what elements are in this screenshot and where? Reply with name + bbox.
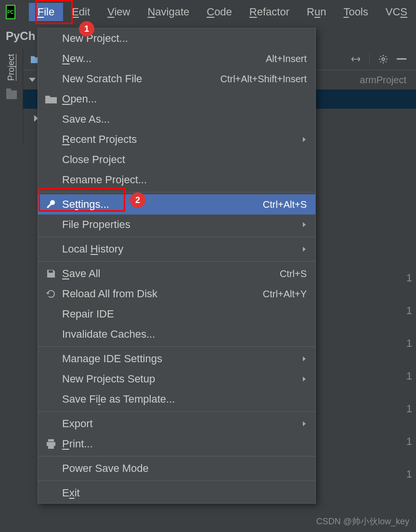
menu-edit[interactable]: Edit xyxy=(63,3,99,21)
icon-spacer xyxy=(45,218,57,231)
icon-spacer xyxy=(45,153,57,166)
chevron-right-icon xyxy=(302,421,307,426)
menu-item-label: File Properties xyxy=(62,218,302,231)
menu-item-new-scratch-file[interactable]: New Scratch FileCtrl+Alt+Shift+Insert xyxy=(38,69,315,89)
menu-item-close-project[interactable]: Close Project xyxy=(38,150,315,170)
gutter-line-numbers: 1111111 xyxy=(406,272,416,491)
menu-item-new-projects-setup[interactable]: New Projects Setup xyxy=(38,369,315,389)
menu-item-label: Save File as Template... xyxy=(62,393,307,405)
menu-code[interactable]: Code xyxy=(198,3,241,21)
reload-icon xyxy=(45,288,57,300)
menu-shortcut: Alt+Insert xyxy=(266,53,307,64)
menu-item-label: Exit xyxy=(62,487,307,499)
icon-spacer xyxy=(45,52,57,65)
minimize-icon[interactable] xyxy=(397,54,406,64)
line-number: 1 xyxy=(406,370,412,393)
menu-item-save-as[interactable]: Save As... xyxy=(38,109,315,129)
menu-tools[interactable]: Tools xyxy=(335,3,377,21)
menu-file[interactable]: File xyxy=(29,3,63,21)
app-logo: PC xyxy=(6,5,15,19)
watermark: CSDN @帅小伙low_key xyxy=(316,516,409,527)
save-icon xyxy=(45,267,57,280)
divider xyxy=(369,53,370,65)
menu-item-new[interactable]: New...Alt+Insert xyxy=(38,49,315,69)
menu-run[interactable]: Run xyxy=(298,3,335,21)
icon-spacer xyxy=(45,174,57,186)
gear-icon[interactable] xyxy=(378,54,388,64)
menu-item-reload-all-from-disk[interactable]: Reload All from DiskCtrl+Alt+Y xyxy=(38,284,315,304)
menu-item-new-project[interactable]: New Project... xyxy=(38,28,315,49)
chevron-down-icon[interactable] xyxy=(29,76,36,83)
menu-refactor[interactable]: Refactor xyxy=(241,3,298,21)
icon-spacer xyxy=(45,113,57,126)
line-number: 1 xyxy=(406,435,412,458)
menu-item-settings[interactable]: Settings...Ctrl+Alt+S xyxy=(38,194,315,215)
icon-spacer xyxy=(45,487,57,499)
menu-item-label: Invalidate Caches... xyxy=(62,328,307,341)
chevron-right-icon xyxy=(302,356,307,361)
icon-spacer xyxy=(45,133,57,146)
project-path-fragment: armProject xyxy=(360,75,416,86)
icon-spacer xyxy=(45,393,57,405)
icon-spacer xyxy=(45,243,57,255)
menu-item-label: New Project... xyxy=(62,32,307,45)
menu-item-label: Manage IDE Settings xyxy=(62,353,302,365)
menu-item-export[interactable]: Export xyxy=(38,414,315,434)
menu-item-rename-project[interactable]: Rename Project... xyxy=(38,170,315,190)
menu-view[interactable]: View xyxy=(99,3,139,21)
chevron-right-icon xyxy=(302,377,307,381)
menu-vcs[interactable]: VCS xyxy=(377,3,416,21)
icon-spacer xyxy=(45,308,57,320)
print-icon xyxy=(45,438,57,450)
file-menu-dropdown: New Project...New...Alt+InsertNew Scratc… xyxy=(38,28,316,504)
menu-item-label: Print... xyxy=(62,438,307,450)
menu-item-file-properties[interactable]: File Properties xyxy=(38,215,315,235)
project-tool-tab[interactable]: Project xyxy=(6,52,16,83)
menu-item-manage-ide-settings[interactable]: Manage IDE Settings xyxy=(38,349,315,369)
menu-item-save-all[interactable]: Save AllCtrl+S xyxy=(38,264,315,284)
locate-icon[interactable] xyxy=(351,54,361,64)
menu-item-label: Open... xyxy=(62,93,307,105)
menu-separator xyxy=(38,411,315,412)
wrench-icon xyxy=(45,198,57,211)
icon-spacer xyxy=(45,328,57,341)
icon-spacer xyxy=(45,353,57,365)
menu-shortcut: Ctrl+Alt+S xyxy=(263,199,307,210)
menu-item-invalidate-caches[interactable]: Invalidate Caches... xyxy=(38,324,315,344)
icon-spacer xyxy=(45,373,57,385)
menu-item-label: Power Save Mode xyxy=(62,462,307,475)
menu-item-exit[interactable]: Exit xyxy=(38,483,315,503)
icon-spacer xyxy=(45,32,57,45)
menu-item-label: Save As... xyxy=(62,113,307,126)
line-number: 1 xyxy=(406,337,412,360)
menu-item-label: New... xyxy=(62,52,266,65)
line-number: 1 xyxy=(406,468,412,491)
menu-separator xyxy=(38,456,315,456)
menu-item-label: Recent Projects xyxy=(62,133,302,146)
chevron-right-icon xyxy=(302,247,307,252)
menu-item-label: Rename Project... xyxy=(62,174,307,186)
menu-item-open[interactable]: Open... xyxy=(38,89,315,109)
menu-item-print[interactable]: Print... xyxy=(38,434,315,454)
icon-spacer xyxy=(45,73,57,85)
menu-item-label: Local History xyxy=(62,243,302,255)
menu-shortcut: Ctrl+Alt+Shift+Insert xyxy=(220,74,307,85)
chevron-right-icon xyxy=(302,137,307,142)
menubar: PC FileEditViewNavigateCodeRefactorRunTo… xyxy=(0,0,416,24)
menu-item-label: Repair IDE xyxy=(62,308,307,320)
svg-point-0 xyxy=(382,58,384,60)
sidebar: Project xyxy=(0,48,23,144)
menu-item-save-file-as-template[interactable]: Save File as Template... xyxy=(38,389,315,409)
menu-separator xyxy=(38,192,315,192)
menu-item-label: New Scratch File xyxy=(62,73,220,85)
menu-item-power-save-mode[interactable]: Power Save Mode xyxy=(38,458,315,479)
menu-separator xyxy=(38,346,315,347)
svg-rect-1 xyxy=(397,58,406,60)
menu-item-recent-projects[interactable]: Recent Projects xyxy=(38,129,315,150)
chevron-right-icon xyxy=(302,222,307,227)
menu-item-local-history[interactable]: Local History xyxy=(38,239,315,259)
menu-item-repair-ide[interactable]: Repair IDE xyxy=(38,304,315,324)
menu-navigate[interactable]: Navigate xyxy=(139,3,198,21)
line-number: 1 xyxy=(406,304,412,328)
line-number: 1 xyxy=(406,403,412,426)
